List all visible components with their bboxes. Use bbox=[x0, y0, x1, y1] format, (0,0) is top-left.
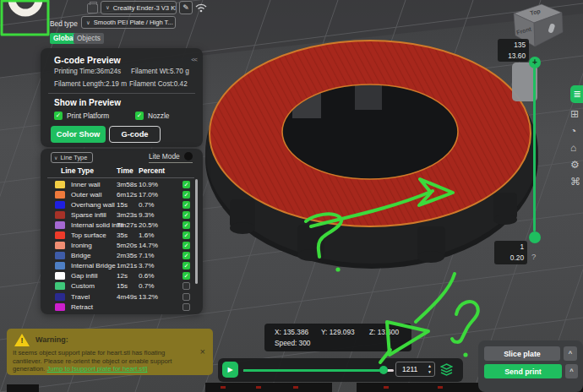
stepper-down-icon[interactable]: ▼ bbox=[428, 369, 432, 375]
show-in-preview-title: Show in Preview bbox=[54, 98, 121, 107]
wifi-icon[interactable] bbox=[195, 3, 207, 13]
layers-stack-icon[interactable] bbox=[440, 363, 453, 377]
screenshot-edge-strip-mid bbox=[205, 383, 332, 392]
move-step-value: 1211 bbox=[402, 365, 417, 373]
playback-slider-thumb[interactable] bbox=[379, 366, 388, 374]
color-show-button[interactable]: Color Show bbox=[51, 126, 106, 143]
play-icon: ▶ bbox=[227, 366, 232, 373]
line-type-name: Gap infill bbox=[71, 272, 117, 280]
line-type-row[interactable]: Ironing5m20s14.7%✓ bbox=[47, 241, 191, 251]
edit-printer-button[interactable]: ✎ bbox=[179, 1, 193, 14]
actions-panel: Slice plate ^ Send print ^ bbox=[478, 340, 583, 392]
line-visible-checkbox[interactable] bbox=[183, 293, 190, 301]
line-color-swatch bbox=[55, 262, 65, 270]
panel-title: G-code Preview bbox=[54, 55, 121, 65]
line-type-name: Internal Bridge bbox=[71, 262, 117, 270]
pencil-icon: ✎ bbox=[183, 3, 189, 12]
toolbar-printer-icon[interactable]: ⌂ bbox=[570, 141, 583, 157]
line-type-row[interactable]: Outer wall6m12s17.0%✓ bbox=[47, 189, 191, 199]
chevron-down-icon: ∨ bbox=[54, 155, 57, 161]
line-type-row[interactable]: Custom15s0.7% bbox=[47, 281, 191, 291]
line-color-swatch bbox=[55, 293, 65, 301]
line-visible-checkbox[interactable]: ✓ bbox=[183, 221, 190, 229]
layer-slider-top-thumb[interactable]: + bbox=[529, 57, 541, 68]
line-color-swatch bbox=[55, 231, 65, 239]
line-visible-checkbox[interactable]: ✓ bbox=[183, 242, 190, 249]
line-type-time: 15s bbox=[117, 201, 139, 209]
layer-slider-bottom-thumb[interactable] bbox=[529, 231, 541, 243]
send-print-button[interactable]: Send print bbox=[484, 364, 562, 378]
screenshot-edge-strip-left bbox=[7, 384, 39, 392]
line-type-row[interactable]: Internal solid infill7m27s20.5%✓ bbox=[47, 220, 191, 230]
coord-speed: Speed: 300 bbox=[275, 339, 310, 347]
line-type-dropdown[interactable]: ∨ Line Type bbox=[51, 152, 93, 163]
warning-exclamation: ! bbox=[21, 336, 24, 345]
line-visible-checkbox[interactable]: ✓ bbox=[183, 272, 190, 280]
line-type-name: Ironing bbox=[71, 242, 117, 249]
toolbar-shortcut-clover-icon[interactable]: ⌘ bbox=[570, 175, 583, 191]
line-type-row[interactable]: Bridge2m35s7.1%✓ bbox=[47, 251, 191, 261]
slice-plate-button[interactable]: Slice plate bbox=[484, 346, 560, 361]
bed-type-select[interactable]: ∨ Smooth PEI Plate / High T... bbox=[81, 16, 176, 29]
column-header-time: Time bbox=[117, 166, 133, 175]
line-visible-checkbox[interactable]: ✓ bbox=[183, 252, 190, 259]
nozzle-option[interactable]: ✓ Nozzle bbox=[135, 112, 169, 120]
line-type-row[interactable]: Top surface35s1.6%✓ bbox=[47, 230, 191, 240]
slice-options-caret[interactable]: ^ bbox=[564, 346, 577, 361]
jump-to-object-link[interactable]: Jump to [support plate for heart.stl] bbox=[47, 365, 148, 373]
line-visible-checkbox[interactable]: ✓ bbox=[183, 191, 190, 199]
warning-body: It seems object support plate for heart.… bbox=[13, 349, 172, 373]
line-type-row[interactable]: Overhang wall15s0.7%✓ bbox=[47, 199, 191, 210]
nozzle-checkbox[interactable]: ✓ bbox=[135, 112, 144, 120]
coord-x: X: 135.386 bbox=[275, 328, 308, 336]
print-platform-option[interactable]: ✓ Print Platform bbox=[54, 112, 109, 120]
move-step-input[interactable]: 1211 ▲ ▼ bbox=[395, 362, 435, 377]
model-ring-support-plate[interactable] bbox=[205, 41, 538, 269]
line-visible-checkbox[interactable] bbox=[183, 303, 190, 311]
toolbar-preview-lines-icon[interactable]: ≣ bbox=[570, 85, 583, 103]
print-platform-checkbox[interactable]: ✓ bbox=[54, 112, 63, 120]
table-scrollbar[interactable] bbox=[195, 179, 198, 284]
line-visible-checkbox[interactable]: ✓ bbox=[183, 211, 190, 219]
layer-slider-help[interactable]: ? bbox=[531, 252, 536, 261]
line-visible-checkbox[interactable]: ✓ bbox=[183, 262, 190, 270]
close-icon[interactable]: × bbox=[200, 346, 205, 357]
line-type-row[interactable]: Retract bbox=[47, 302, 191, 312]
line-type-row[interactable]: Internal Bridge1m21s3.7%✓ bbox=[47, 261, 191, 271]
line-type-row[interactable]: Travel4m49s13.2% bbox=[47, 291, 191, 302]
warning-line1: It seems object support plate for heart.… bbox=[13, 349, 172, 357]
line-type-time: 7m27s bbox=[117, 221, 139, 229]
tab-objects[interactable]: Objects bbox=[74, 33, 104, 44]
gcode-playback-bar: ▶ 1211 ▲ ▼ bbox=[218, 358, 463, 382]
lite-mode-toggle[interactable] bbox=[184, 152, 193, 161]
line-type-row[interactable]: Inner wall3m58s10.9%✓ bbox=[47, 179, 191, 189]
stepper-up-icon[interactable]: ▲ bbox=[428, 363, 432, 369]
collapse-panel-button[interactable]: << bbox=[191, 56, 197, 63]
printer-select[interactable]: ∨ Creality Ender-3 V3 KE 0.4 no.. bbox=[101, 1, 177, 14]
divider bbox=[47, 177, 194, 178]
line-type-row[interactable]: Gap infill12s0.6%✓ bbox=[47, 271, 191, 281]
toolbar-settings-gear-icon[interactable]: ⚙ bbox=[570, 158, 583, 174]
layer-slider-bottom-label: 10.20 bbox=[494, 241, 527, 264]
play-button[interactable]: ▶ bbox=[222, 362, 238, 378]
line-visible-checkbox[interactable] bbox=[183, 282, 190, 290]
lite-mode-control[interactable]: Lite Mode bbox=[149, 152, 193, 163]
line-visible-checkbox[interactable]: ✓ bbox=[183, 181, 190, 188]
line-color-swatch bbox=[55, 221, 65, 229]
stepper-arrows[interactable]: ▲ ▼ bbox=[428, 363, 432, 375]
line-color-swatch bbox=[55, 211, 65, 219]
toolbar-speed-gauge-icon[interactable]: ◔ bbox=[570, 124, 583, 140]
send-options-caret[interactable]: ^ bbox=[565, 364, 578, 378]
toolbar-calculator-icon[interactable]: ⊞ bbox=[570, 107, 583, 123]
line-type-percent: 17.0% bbox=[139, 191, 171, 199]
line-color-swatch bbox=[55, 282, 65, 290]
column-header-percent: Percent bbox=[139, 166, 165, 175]
line-type-percent: 3.7% bbox=[139, 262, 171, 270]
line-type-name: Travel bbox=[71, 293, 117, 301]
line-type-time: 15s bbox=[117, 282, 139, 290]
layer-slider-track[interactable] bbox=[533, 68, 536, 231]
line-type-row[interactable]: Sparse infill3m23s9.3%✓ bbox=[47, 210, 191, 220]
line-visible-checkbox[interactable]: ✓ bbox=[183, 201, 190, 209]
line-visible-checkbox[interactable]: ✓ bbox=[183, 231, 190, 239]
gcode-button[interactable]: G-code bbox=[109, 126, 161, 143]
